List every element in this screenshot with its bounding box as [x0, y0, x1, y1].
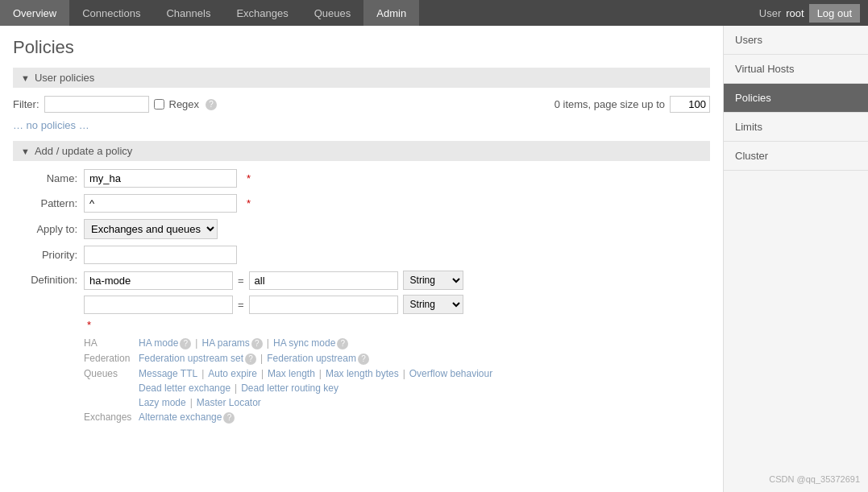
sep3: |: [260, 353, 263, 364]
pattern-required-star: *: [247, 197, 251, 209]
definition-inputs: = StringNumberBooleanList = StringNumber…: [84, 271, 463, 331]
watermark: CSDN @qq_35372691: [769, 474, 860, 484]
dead-letter-routing-key-link[interactable]: Dead letter routing key: [241, 382, 338, 394]
federation-upstream-help-icon[interactable]: ?: [358, 353, 369, 365]
nav-connections[interactable]: Connections: [69, 0, 153, 26]
regex-checkbox[interactable]: [154, 99, 164, 110]
sidebar-item-cluster[interactable]: Cluster: [724, 142, 868, 171]
federation-group-label: Federation: [84, 353, 139, 364]
sidebar-item-virtual-hosts[interactable]: Virtual Hosts: [724, 55, 868, 84]
ha-params-help-icon[interactable]: ?: [251, 338, 263, 349]
apply-to-row: Apply to: Exchanges and queues Exchanges…: [13, 219, 710, 239]
add-policy-section-header[interactable]: ▼ Add / update a policy: [13, 141, 710, 161]
sep7: |: [403, 368, 405, 379]
definition-required-star: *: [87, 319, 91, 331]
federation-upstream-link[interactable]: Federation upstream: [267, 353, 356, 364]
queues-hint-row-0: Message TTL | Auto expire | Max length |…: [139, 368, 492, 379]
sep1: |: [195, 337, 197, 349]
definition-label: Definition:: [13, 271, 77, 286]
pattern-input[interactable]: [84, 194, 237, 213]
definition-row: Definition: = StringNumberBooleanList: [13, 271, 710, 331]
nav-admin[interactable]: Admin: [363, 0, 419, 26]
nav-channels[interactable]: Channels: [153, 0, 223, 26]
sidebar-item-users[interactable]: Users: [724, 26, 868, 55]
page-title: Policies: [13, 37, 710, 58]
ha-mode-link[interactable]: HA mode: [139, 337, 178, 349]
sep8: |: [235, 382, 237, 394]
def-row-0: = StringNumberBooleanList: [84, 271, 463, 290]
queues-group-label: Queues: [84, 368, 139, 379]
queues-hints: Queues Message TTL | Auto expire | Max l…: [84, 368, 710, 408]
add-policy-label: Add / update a policy: [35, 145, 132, 157]
name-input[interactable]: [84, 169, 237, 188]
page-size-input[interactable]: [670, 96, 710, 113]
sep9: |: [190, 397, 193, 408]
ha-group-label: HA: [84, 337, 139, 349]
queues-hint-row-1: Dead letter exchange | Dead letter routi…: [139, 382, 492, 394]
content-area: Policies ▼ User policies Filter: Regex ?…: [0, 26, 723, 492]
ha-mode-help-icon[interactable]: ?: [180, 338, 191, 349]
priority-label: Priority:: [13, 249, 77, 261]
apply-to-select[interactable]: Exchanges and queues Exchanges Queues: [84, 219, 218, 239]
auto-expire-link[interactable]: Auto expire: [208, 368, 257, 379]
dead-letter-exchange-link[interactable]: Dead letter exchange: [139, 382, 230, 394]
sep5: |: [261, 368, 264, 379]
sidebar: Users Virtual Hosts Policies Limits Clus…: [723, 26, 868, 492]
user-info: User root Log out: [759, 0, 868, 26]
sidebar-item-policies[interactable]: Policies: [724, 84, 868, 113]
priority-input[interactable]: [84, 246, 237, 264]
max-length-link[interactable]: Max length: [268, 368, 315, 379]
user-policies-section-header[interactable]: ▼ User policies: [13, 68, 710, 88]
sep6: |: [319, 368, 322, 379]
def-eq-1: =: [238, 299, 244, 311]
add-collapse-arrow-icon: ▼: [21, 147, 30, 156]
regex-label: Regex: [169, 98, 200, 110]
items-label: 0 items, page size up to: [554, 98, 665, 110]
priority-row: Priority:: [13, 246, 710, 264]
federation-hints: Federation Federation upstream set ? | F…: [84, 353, 710, 365]
master-locator-link[interactable]: Master Locator: [197, 397, 261, 408]
def-val-input-0[interactable]: [249, 271, 398, 290]
nav-exchanges[interactable]: Exchanges: [223, 0, 301, 26]
ha-sync-mode-link[interactable]: HA sync mode: [273, 337, 335, 349]
apply-to-label: Apply to:: [13, 223, 77, 235]
exchanges-group-label: Exchanges: [84, 411, 139, 423]
ha-params-link[interactable]: HA params: [201, 337, 249, 349]
federation-upstream-set-link[interactable]: Federation upstream set: [139, 353, 243, 364]
name-row: Name: *: [13, 169, 710, 188]
user-label: User: [759, 7, 781, 19]
lazy-mode-link[interactable]: Lazy mode: [139, 397, 186, 408]
name-label: Name:: [13, 172, 77, 184]
def-type-select-1[interactable]: StringNumberBooleanList: [403, 295, 463, 314]
filter-input[interactable]: [44, 96, 149, 113]
ha-sync-mode-help-icon[interactable]: ?: [337, 338, 348, 349]
queues-hint-rows: Message TTL | Auto expire | Max length |…: [139, 368, 492, 408]
logout-button[interactable]: Log out: [809, 4, 860, 23]
sidebar-item-limits[interactable]: Limits: [724, 113, 868, 142]
def-key-input-1[interactable]: [84, 296, 233, 314]
nav-overview[interactable]: Overview: [0, 0, 69, 26]
sep4: |: [201, 368, 204, 379]
def-key-input-0[interactable]: [84, 271, 233, 290]
def-type-select-0[interactable]: StringNumberBooleanList: [403, 271, 463, 290]
overflow-behaviour-link[interactable]: Overflow behaviour: [409, 368, 492, 379]
pattern-label: Pattern:: [13, 197, 77, 209]
alternate-exchange-link[interactable]: Alternate exchange: [139, 411, 222, 423]
nav-queues[interactable]: Queues: [301, 0, 364, 26]
hints-area: HA HA mode ? | HA params ? | HA sync mod…: [84, 337, 710, 424]
federation-upstream-set-help-icon[interactable]: ?: [245, 353, 256, 365]
def-val-input-1[interactable]: [249, 296, 398, 314]
filter-label: Filter:: [13, 98, 39, 110]
no-policies-message: … no policies …: [13, 119, 710, 131]
filter-row: Filter: Regex ? 0 items, page size up to: [13, 96, 710, 113]
page-size-row: 0 items, page size up to: [554, 96, 710, 113]
name-required-star: *: [247, 172, 251, 184]
message-ttl-link[interactable]: Message TTL: [139, 368, 197, 379]
def-row-1: = StringNumberBooleanList: [84, 295, 463, 314]
exchanges-hints: Exchanges Alternate exchange ?: [84, 411, 710, 424]
max-length-bytes-link[interactable]: Max length bytes: [326, 368, 399, 379]
queues-hint-row-2: Lazy mode | Master Locator: [139, 397, 492, 408]
alternate-exchange-help-icon[interactable]: ?: [223, 412, 235, 424]
regex-help-icon[interactable]: ?: [206, 99, 217, 110]
sep2: |: [267, 337, 269, 349]
